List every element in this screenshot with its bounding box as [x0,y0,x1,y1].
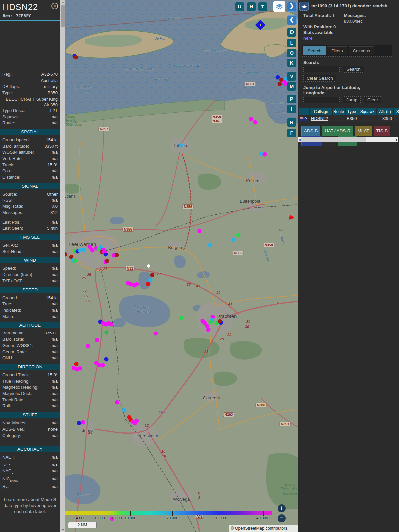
map-button-h[interactable]: H [247,2,256,11]
aircraft-dot[interactable] [135,282,139,287]
aircraft-dot[interactable] [122,408,127,412]
column-header-Squawk[interactable]: Squawk [358,108,376,115]
aircraft-dot[interactable] [95,338,99,342]
aircraft-dot[interactable] [115,253,119,257]
jump-input[interactable] [303,97,340,103]
aircraft-dot[interactable] [82,248,86,252]
column-header-Alt. (ft)[interactable]: Alt. (ft) [377,108,393,115]
aircraft-dot[interactable] [236,233,241,237]
aircraft-dot[interactable] [105,259,109,263]
tab-filters[interactable]: Filters [327,46,347,55]
aircraft-dot[interactable] [249,117,253,121]
collapse-left-button[interactable]: ❮ [287,15,297,25]
column-header-Callsign[interactable]: Callsign [310,108,332,115]
source-badge-uat-ads-r[interactable]: UAT / ADS-R [322,126,353,136]
jump-button[interactable]: Jump [343,96,361,103]
aircraft-dot[interactable] [104,357,109,362]
aircraft-dot[interactable] [209,320,213,325]
column-header-Type[interactable]: Type [346,108,358,115]
panel-horizontal-scrollbar[interactable]: ◀ ▶ [298,137,398,142]
aircraft-dot[interactable] [208,243,212,247]
aircraft-dot[interactable] [218,319,222,324]
layers-button[interactable] [273,1,285,12]
aircraft-dot[interactable] [81,420,85,425]
app-title-link[interactable]: tar1090 [311,3,327,8]
map-button-k[interactable]: K [287,59,296,67]
aircraft-dot[interactable] [77,421,81,425]
zoom-out-button[interactable]: − [278,514,286,522]
aircraft-dot[interactable] [115,400,119,405]
scroll-down-icon[interactable]: ▼ [60,527,66,532]
aircraft-dot[interactable] [206,328,211,332]
selected-aircraft-marker[interactable] [147,264,150,268]
map-button-r[interactable]: R [287,118,296,127]
red-aircraft-marker[interactable] [289,215,295,221]
table-row[interactable]: HDSN22B3503350 [299,115,399,122]
aircraft-dot[interactable] [278,82,282,86]
aircraft-dot[interactable] [74,362,79,366]
aircraft-dot[interactable] [101,363,105,368]
map-button-f[interactable]: F [287,129,296,137]
map-button-l[interactable]: L [287,39,296,47]
tab-columns[interactable]: Columns [349,46,374,55]
aircraft-dot[interactable] [90,248,95,253]
aircraft-dot[interactable] [135,419,139,423]
map-button-v[interactable]: V [287,72,296,81]
green-aircraft-marker[interactable] [103,330,108,335]
map-button-p[interactable]: P [287,95,296,103]
map[interactable]: FryslânDe HônEngelsmanplaatAmelanderwadW… [65,0,298,532]
source-badge-tis-b[interactable]: TIS-B [374,126,391,136]
settings-button[interactable]: ⚙ [287,28,296,37]
clear-search-button[interactable]: Clear Search [303,75,336,82]
map-button-o[interactable]: O [287,49,296,57]
scroll-up-icon[interactable]: ▲ [60,0,66,5]
map-button-m[interactable]: M [287,82,296,91]
aircraft-dot[interactable] [150,273,155,277]
expand-right-button[interactable]: ❯ [287,2,297,12]
jump-clear-button[interactable]: Clear [364,96,381,103]
aircraft-dot[interactable] [78,248,82,253]
aircraft-dot[interactable] [73,259,77,263]
decoder-link[interactable]: readsb [373,3,387,8]
search-button[interactable]: Search [343,66,364,73]
sidebar-scrollbar[interactable]: ▲ ▼ [60,0,65,532]
tab-search[interactable]: Search [303,46,326,55]
aircraft-dot[interactable] [263,152,267,157]
map-button-i[interactable]: I [287,105,296,113]
aircraft-dot[interactable] [154,332,158,336]
panel-toggle-button[interactable]: ◀▶ [299,2,309,11]
callsign-link[interactable]: HDSN22 [311,116,328,121]
aircraft-dot[interactable] [203,321,207,325]
search-input[interactable] [303,66,340,72]
aircraft-dot[interactable] [231,238,236,242]
source-badge-ads-b[interactable]: ADS-B [301,126,320,136]
aircraft-dot[interactable] [74,55,78,60]
aircraft-dot[interactable] [179,143,183,148]
aircraft-dot[interactable] [148,278,153,282]
zoom-in-button[interactable]: + [278,504,286,512]
source-badge-mlat[interactable]: MLAT [355,126,372,136]
aircraft-dot[interactable] [86,344,90,348]
aircraft-dot[interactable] [283,82,288,86]
registration-link[interactable]: A32-670 [41,71,58,78]
magenta-aircraft-marker[interactable] [101,247,107,253]
panel-scrollbar-thumb[interactable] [301,137,366,142]
aircraft-dot[interactable] [198,229,202,233]
scroll-left-icon[interactable]: ◀ [298,137,301,142]
column-header-Route[interactable]: Route [332,108,345,115]
column-header-Spd.[interactable]: Spd. [394,108,399,115]
column-header-flag[interactable] [299,108,309,115]
sidebar-scrollbar-thumb[interactable] [61,5,65,27]
aircraft-dot[interactable] [253,120,258,125]
data-value: n/a [52,156,58,162]
map-button-u[interactable]: U [235,2,244,11]
aircraft-dot[interactable] [146,282,150,286]
map-button-t[interactable]: T [258,2,267,11]
aircraft-dot[interactable] [109,322,113,327]
aircraft-dot[interactable] [179,316,184,320]
close-icon[interactable]: × [51,3,58,9]
stats-here-link[interactable]: here [303,36,312,41]
aircraft-dot[interactable] [78,366,82,371]
scroll-right-icon[interactable]: ▶ [395,137,398,142]
aircraft-dot[interactable] [104,252,108,257]
